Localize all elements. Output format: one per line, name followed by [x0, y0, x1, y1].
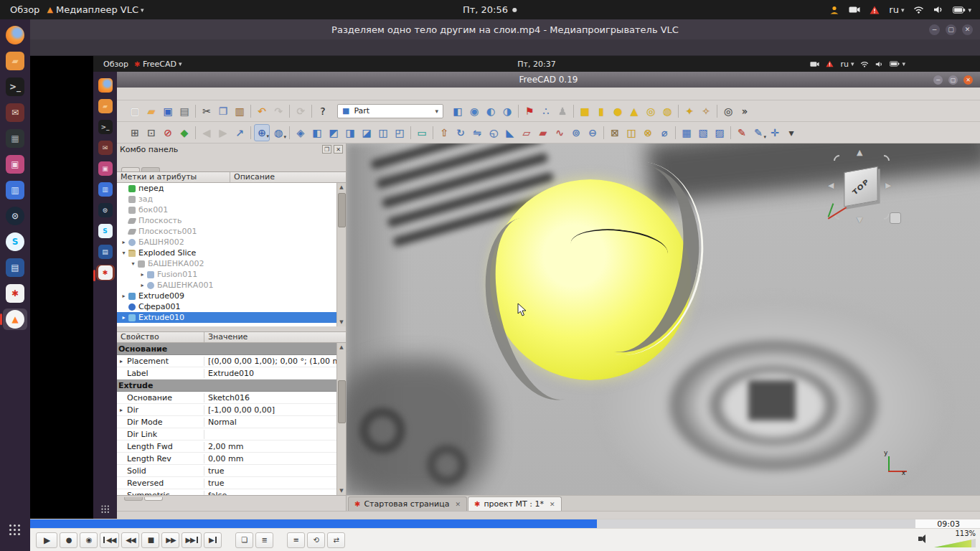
outer-dock: ▰>_✉▦▣▥⊙S▤✱▲ — [0, 19, 30, 551]
seek-slider[interactable] — [30, 519, 915, 528]
user-indicator-icon[interactable] — [829, 5, 839, 15]
vlc-menu-item[interactable] — [36, 46, 49, 49]
vlc-titlebar[interactable]: Разделяем одно тело другим на слои.mp4 -… — [30, 19, 980, 39]
chevron-down-icon: ▾ — [435, 108, 438, 115]
keyboard-layout-button[interactable]: ru ▾ — [889, 4, 904, 15]
tab-close-icon: ✕ — [550, 501, 555, 508]
chamfer-icon: ◣ — [502, 124, 518, 141]
volume-slider[interactable] — [934, 538, 976, 547]
tree-item-icon — [128, 229, 137, 235]
tree-item-icon — [138, 260, 145, 268]
nav-forward-icon: ▶ — [215, 124, 231, 141]
skip-forward-button[interactable]: ▶▶ — [182, 532, 201, 548]
compound-icon: ⊠ — [607, 124, 623, 141]
vlc-menu-item[interactable] — [108, 46, 121, 49]
fullscreen-button[interactable]: ❏ — [235, 532, 253, 548]
property-row: Dir Link — [117, 428, 336, 441]
vlc-minimize-button[interactable]: − — [929, 24, 940, 35]
paste-icon: ▥ — [232, 103, 248, 120]
faster-button[interactable]: ▶▶ — [161, 532, 179, 548]
inner-dock: ▰>_✉▣▥⊙S▤✱ — [93, 72, 117, 519]
vlc-menu-item[interactable] — [50, 46, 63, 49]
vlc-menu-item[interactable] — [122, 46, 135, 49]
vlc-menu-item[interactable] — [65, 46, 77, 49]
vlc-menu-item[interactable] — [93, 46, 106, 49]
toolbar-icon — [248, 103, 253, 120]
activities-button[interactable]: Обзор — [10, 4, 39, 15]
tree-item: ▸Extrude010 — [117, 312, 336, 323]
firefox-icon[interactable] — [3, 24, 27, 46]
app-menu-button[interactable]: ▲ Медиаплеер VLC ▾ — [47, 4, 143, 15]
cone-primitive-icon: ▲ — [626, 103, 642, 120]
toolbar-icon — [430, 124, 435, 141]
playlist-button[interactable]: ≡ — [287, 532, 305, 548]
terminal-icon[interactable]: >_ — [3, 76, 27, 98]
vlc-menu-item[interactable] — [79, 46, 92, 49]
workbench-label: Part — [354, 106, 369, 116]
battery-icon[interactable]: ▾ — [953, 6, 971, 14]
vlc-close-button[interactable]: ✕ — [962, 24, 973, 35]
screencast-indicator-icon[interactable] — [849, 6, 860, 14]
toolbar-overflow-icon: » — [737, 103, 753, 120]
freecad-menu-item — [204, 93, 215, 95]
stop-button[interactable]: ■ — [141, 532, 159, 548]
desktop: Обзор ▲ Медиаплеер VLC ▾ Пт, 20:56 ● ru — [0, 0, 980, 551]
toolbar-icon — [673, 124, 678, 141]
tree-item: перед — [117, 183, 336, 194]
outer-topbar: Обзор ▲ Медиаплеер VLC ▾ Пт, 20:56 ● ru — [0, 0, 980, 19]
appearance-icon: ◆ — [176, 124, 192, 141]
vlc-control-bar: ▶●◉◀◀◀◀■▶▶▶▶▶❏≣≡⟲⇄ 113% — [30, 528, 980, 551]
freecad-icon[interactable]: ✱ — [3, 283, 27, 304]
snapshot-button[interactable]: ◉ — [80, 532, 98, 548]
freecad-menu-item — [164, 93, 174, 95]
vlc-window-title: Разделяем одно тело другим на слои.mp4 -… — [331, 24, 679, 35]
freecad-window-title: FreeCAD 0.19 — [519, 75, 578, 85]
whatsthis-icon: ? — [315, 103, 331, 120]
slower-button[interactable]: ◀◀ — [121, 532, 139, 548]
vlc-menubar — [30, 39, 980, 56]
tree-item-icon — [128, 303, 136, 311]
libreoffice-writer-icon[interactable]: ▤ — [3, 257, 27, 278]
clock-button[interactable]: Пт, 20:56 ● — [463, 4, 517, 15]
calculator-icon[interactable]: ▦ — [3, 128, 27, 149]
skip-back-button[interactable]: ◀◀ — [100, 532, 119, 548]
loop-button[interactable]: ⟲ — [307, 532, 325, 548]
navcube-rotate-icon — [876, 153, 892, 169]
extended-settings-button[interactable]: ≣ — [255, 532, 273, 548]
record-button[interactable]: ● — [60, 532, 77, 548]
toolbar-icon — [309, 103, 314, 120]
panel-splitter — [117, 326, 346, 332]
vlc-menu-item[interactable] — [136, 46, 149, 49]
libreoffice-impress-icon[interactable]: ▣ — [3, 154, 27, 175]
speaker-icon[interactable] — [918, 534, 929, 544]
skype-icon[interactable]: S — [3, 231, 27, 253]
freecad-menu-item — [174, 93, 184, 95]
steam-icon[interactable]: ⊙ — [3, 205, 27, 227]
property-row: LabelExtrude010 — [117, 367, 336, 380]
thickness-icon: ⊖ — [585, 124, 600, 141]
warning-indicator-icon[interactable] — [870, 6, 880, 14]
frame-step-button[interactable]: ▶ — [204, 532, 222, 548]
tree-item-icon — [128, 314, 136, 321]
mail-icon[interactable]: ✉ — [3, 102, 27, 123]
skype-icon: S — [96, 223, 115, 239]
part-box-icon: ◧ — [450, 103, 466, 120]
firefox-icon — [96, 77, 115, 93]
vlc-icon[interactable]: ▲ — [3, 309, 27, 330]
model-tree: передзадбок001ПлоскостьПлоскость001▸БАШН… — [117, 183, 346, 326]
vlc-seek-row: 09:03 — [30, 519, 980, 528]
tree-item: зад — [117, 194, 336, 204]
vlc-maximize-button[interactable]: ▢ — [946, 24, 956, 35]
show-applications-icon[interactable] — [9, 524, 22, 537]
new-file-icon: ▢ — [127, 103, 143, 120]
wifi-icon[interactable] — [913, 6, 924, 14]
files-icon[interactable]: ▰ — [3, 50, 27, 72]
vlc-cone-icon: ▲ — [47, 5, 52, 14]
volume-indicator-icon[interactable] — [933, 6, 943, 14]
draw-style-icon: ◍ — [270, 124, 286, 141]
freecad-toolbar-standard: ▢▰▣▤✂❐▥↶↷⟳? ■ Part ▾ ◧◉◐◑⚑∴♟■▮●▲◎◍✦✧◎» — [117, 100, 980, 122]
random-button[interactable]: ⇄ — [327, 532, 345, 548]
play-button[interactable]: ▶ — [36, 532, 57, 548]
vlc-video-area[interactable]: Обзор ✱ FreeCAD ▾ Пт, 20:37 — [30, 56, 980, 519]
system-monitor-icon[interactable]: ▥ — [3, 179, 27, 201]
